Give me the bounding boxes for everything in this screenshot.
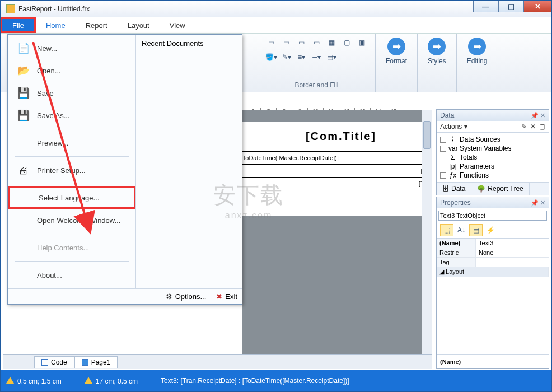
receipt-date-row[interactable]: .ReceiptDate]: [ToDateTime([Master.Recei… <box>242 152 432 165</box>
line-style-icon[interactable]: ─▾ <box>310 51 324 63</box>
property-grid[interactable]: (Name)Text3RestricNoneTag <box>437 239 549 267</box>
file-saveas[interactable]: 💾Save As... <box>8 104 135 127</box>
field-row[interactable]: Reason][Tran.Reas[Master. <box>242 178 432 190</box>
menu-report[interactable]: Report <box>76 17 118 33</box>
preview-icon <box>16 135 31 151</box>
file-printer-setup[interactable]: 🖨Printer Setup... <box>8 159 135 181</box>
properties-toolbar: ⬚ A↓ ▤ ⚡ <box>437 222 549 239</box>
line-width-icon[interactable]: ≡▾ <box>295 51 308 63</box>
menu-home[interactable]: Home <box>36 17 76 33</box>
saveas-icon: 💾 <box>16 108 31 123</box>
actions-dropdown[interactable]: Actions ▾ <box>440 123 467 130</box>
file-new[interactable]: 📄New... <box>8 37 135 59</box>
exit-icon: ✖ <box>216 292 222 301</box>
data-panel: Data📌 ✕ Actions ▾ ✎ ✕ ▢ +🗄Data Sources+v… <box>436 109 549 195</box>
properties-icon[interactable]: ▤ <box>469 224 483 236</box>
tree-item[interactable]: [p]Parameters <box>439 162 546 171</box>
tab-data[interactable]: 🗄Data <box>437 183 471 195</box>
property-row[interactable]: (Name)Text3 <box>437 239 549 248</box>
file-welcome[interactable]: Open Welcome Window... <box>8 209 135 231</box>
styles-button[interactable]: ➡Styles <box>422 35 452 67</box>
pin-icon[interactable]: 📌 ✕ <box>531 199 545 207</box>
data-actions-toolbar: Actions ▾ ✎ ✕ ▢ <box>437 121 549 133</box>
app-icon <box>6 4 15 13</box>
file-open[interactable]: 📂Open... <box>8 59 135 82</box>
field-row[interactable]: Payer][Tran.Payt[Master. <box>242 165 432 178</box>
tab-page1[interactable]: Page1 <box>74 356 118 368</box>
tree-item[interactable]: +ƒxFunctions <box>439 171 546 180</box>
data-tree[interactable]: +🗄Data Sources+varSystem VariablesΣTotal… <box>437 133 549 182</box>
welcome-icon <box>16 212 31 228</box>
title-band[interactable]: [Com.Title] NO.[Master. <box>242 122 432 152</box>
page-tabs: Code Page1 <box>3 354 432 369</box>
language-icon <box>17 190 33 206</box>
recent-header: Recent Documents <box>142 37 236 50</box>
window-buttons: — ▢ ✕ <box>473 0 551 12</box>
layout-category[interactable]: ◢ Layout <box>437 267 549 277</box>
border-top-icon[interactable]: ▭ <box>265 36 278 49</box>
format-icon: ➡ <box>387 38 405 55</box>
menu-file[interactable]: File <box>1 17 36 33</box>
file-select-language[interactable]: Select Language... <box>8 186 135 209</box>
file-save[interactable]: 💾Save <box>8 82 135 104</box>
border-none-icon[interactable]: ▢ <box>340 36 354 49</box>
border-left-icon[interactable]: ▭ <box>295 36 308 49</box>
property-row[interactable]: RestricNone <box>437 248 549 258</box>
help-icon <box>16 240 31 255</box>
events-icon[interactable]: ⚡ <box>484 224 497 236</box>
properties-panel: Properties📌 ✕ ⬚ A↓ ▤ ⚡ (Name)Text3Restri… <box>436 197 549 369</box>
edit-icon[interactable]: ✎ <box>521 123 527 130</box>
border-outer-icon[interactable]: ▣ <box>355 36 369 49</box>
field-row[interactable]: r.TotalBig][Tr[Master.T <box>242 203 432 216</box>
cell-style-icon[interactable]: ▤▾ <box>325 51 339 63</box>
tree-item[interactable]: ΣTotals <box>439 153 546 162</box>
refresh-icon[interactable]: ▢ <box>539 123 545 130</box>
data-panel-header: Data📌 ✕ <box>437 110 549 121</box>
fill-color-icon[interactable]: 🪣▾ <box>265 51 278 63</box>
minimize-button[interactable]: — <box>473 0 498 12</box>
editing-button[interactable]: ➡Editing <box>461 35 493 67</box>
warn-icon <box>85 377 92 384</box>
categorized-icon[interactable]: ⬚ <box>440 224 453 236</box>
line-color-icon[interactable]: ✎▾ <box>280 51 293 63</box>
status-pos2: 17 cm; 0.5 cm <box>85 377 138 385</box>
file-preview[interactable]: Preview... <box>8 132 135 154</box>
border-right-icon[interactable]: ▭ <box>310 36 324 49</box>
format-button[interactable]: ➡Format <box>380 35 413 67</box>
about-icon <box>16 267 31 283</box>
ribbon-label-border: Border and Fill <box>294 81 338 90</box>
file-options[interactable]: ⚙Options... <box>166 292 207 301</box>
editing-icon: ➡ <box>468 38 486 55</box>
file-about[interactable]: About... <box>8 264 135 286</box>
styles-icon: ➡ <box>428 38 446 55</box>
properties-header: Properties📌 ✕ <box>437 197 549 208</box>
field-row[interactable]: Remark][Tran.Stat[Master. <box>242 190 432 203</box>
menubar: File Home Report Layout View <box>1 17 551 34</box>
menu-layout[interactable]: Layout <box>118 17 160 33</box>
warn-icon <box>6 377 14 384</box>
alphabetical-icon[interactable]: A↓ <box>455 224 468 236</box>
report-page[interactable]: [Com.Title] NO.[Master. .ReceiptDate]: [… <box>242 122 432 216</box>
border-all-icon[interactable]: ▦ <box>325 36 339 49</box>
border-bottom-icon[interactable]: ▭ <box>280 36 293 49</box>
file-exit[interactable]: ✖Exit <box>216 292 237 301</box>
object-selector[interactable] <box>438 211 547 221</box>
property-row[interactable]: Tag <box>437 258 549 267</box>
data-tab-icon: 🗄 <box>442 185 449 193</box>
tab-code[interactable]: Code <box>34 356 74 368</box>
scrollbar-thumb[interactable] <box>423 121 431 149</box>
tab-report-tree[interactable]: 🌳Report Tree <box>471 183 529 195</box>
delete-icon[interactable]: ✕ <box>530 123 536 130</box>
pin-icon[interactable]: 📌 ✕ <box>531 112 545 119</box>
file-help[interactable]: Help Contents... <box>8 236 135 259</box>
menu-view[interactable]: View <box>160 17 195 33</box>
design-canvas[interactable]: [Com.Title] NO.[Master. .ReceiptDate]: [… <box>242 110 432 354</box>
status-selection: Text3: [Tran.ReceiptDate] : [ToDateTime(… <box>161 377 349 385</box>
printer-icon: 🖨 <box>16 162 31 178</box>
tree-item[interactable]: +🗄Data Sources <box>439 135 546 144</box>
tree-item[interactable]: +varSystem Variables <box>439 144 546 153</box>
maximize-button[interactable]: ▢ <box>498 0 523 12</box>
page-icon <box>82 359 88 366</box>
vertical-scrollbar[interactable] <box>422 110 432 354</box>
close-button[interactable]: ✕ <box>523 0 551 12</box>
